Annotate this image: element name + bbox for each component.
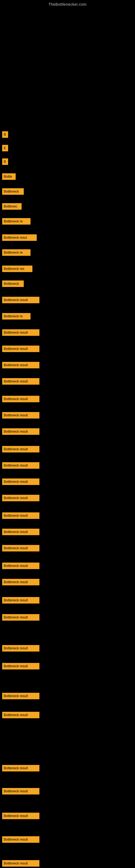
bottleneck-item: Bottleneck bbox=[2, 188, 24, 195]
bottleneck-item: Bottleneck result bbox=[2, 428, 39, 435]
bottleneck-item: Bottleneck result bbox=[2, 362, 39, 368]
bottleneck-item: Bottleneck result bbox=[2, 495, 39, 501]
bottleneck-item: Bottleneck res bbox=[2, 266, 32, 272]
bottleneck-item: Bottlenec bbox=[2, 203, 21, 210]
bottleneck-item: Bottleneck result bbox=[2, 513, 39, 519]
site-title: TheBottlenecker.com bbox=[0, 0, 135, 6]
bottleneck-item: Bottleneck result bbox=[2, 446, 39, 453]
bottleneck-item: Bottleneck result bbox=[2, 412, 39, 418]
bottleneck-item: B bbox=[2, 158, 8, 165]
bottleneck-item: Bottleneck re bbox=[2, 218, 31, 225]
bottleneck-item: Bottleneck result bbox=[2, 378, 39, 384]
bottleneck-item: Bottleneck result bbox=[2, 693, 39, 699]
bottleneck-item: Bottleneck result bbox=[2, 712, 39, 718]
bottleneck-item: Bottleneck result bbox=[2, 645, 39, 652]
bottleneck-item: Bottleneck result bbox=[2, 614, 39, 621]
bottleneck-item: Bottleneck bbox=[2, 280, 24, 287]
bottleneck-item: Bottleneck result bbox=[2, 545, 39, 552]
bottleneck-item: E bbox=[2, 145, 8, 151]
bottleneck-item: Bottleneck result bbox=[2, 836, 39, 843]
bottleneck-item: Bottleneck result bbox=[2, 860, 39, 867]
bottleneck-item: Bottleneck re bbox=[2, 249, 31, 256]
bottleneck-item: Bottleneck result bbox=[2, 462, 39, 469]
bottleneck-item: Bottleneck result bbox=[2, 663, 39, 670]
bottleneck-item: Bottleneck result bbox=[2, 346, 39, 352]
bottleneck-item: Bottleneck result bbox=[2, 297, 39, 303]
bottleneck-item: Bottleneck resul bbox=[2, 235, 37, 241]
bottleneck-item: Bottleneck result bbox=[2, 579, 39, 585]
bottleneck-item: Bottleneck result bbox=[2, 788, 39, 795]
bottleneck-item: Bottleneck result bbox=[2, 478, 39, 485]
bottleneck-item: B bbox=[2, 131, 8, 138]
bottleneck-item: Bottleneck result bbox=[2, 597, 39, 603]
bottleneck-item: Bottle bbox=[2, 173, 16, 180]
bottleneck-item: Bottleneck result bbox=[2, 813, 39, 819]
bottleneck-item: Bottleneck result bbox=[2, 563, 39, 569]
bottleneck-item: Bottleneck result bbox=[2, 329, 39, 336]
bottleneck-item: Bottleneck result bbox=[2, 529, 39, 535]
bottleneck-item: Bottleneck result bbox=[2, 396, 39, 402]
bottleneck-item: Bottleneck re bbox=[2, 313, 31, 319]
bottleneck-item: Bottleneck result bbox=[2, 765, 39, 771]
